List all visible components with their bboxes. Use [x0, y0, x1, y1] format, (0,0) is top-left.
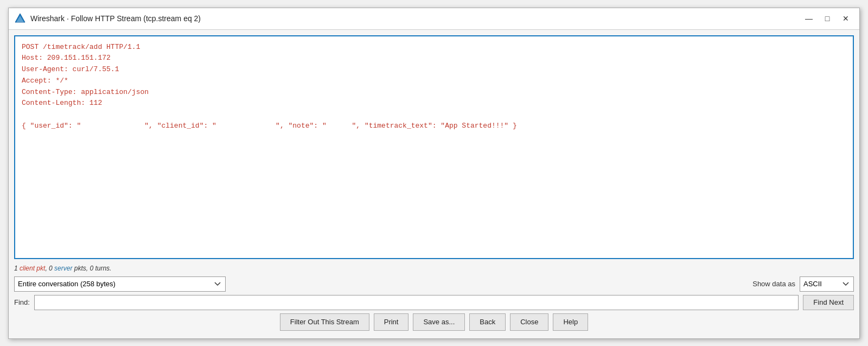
print-button[interactable]: Print	[374, 313, 409, 331]
show-data-row: Show data as ASCII EBCDIC Hex Dump C Arr…	[752, 276, 854, 292]
show-data-select[interactable]: ASCII EBCDIC Hex Dump C Arrays Raw	[800, 276, 854, 292]
conversation-row: Entire conversation (258 bytes) Show dat…	[14, 276, 854, 292]
stream-display[interactable]: POST /timetrack/add HTTP/1.1 Host: 209.1…	[14, 35, 854, 259]
window-content: POST /timetrack/add HTTP/1.1 Host: 209.1…	[9, 30, 859, 338]
controls-section: 1 client pkt, 0 server pkts, 0 turns. En…	[14, 263, 854, 333]
save-as-button[interactable]: Save as...	[413, 313, 465, 331]
conversation-select[interactable]: Entire conversation (258 bytes)	[14, 276, 226, 292]
main-window: Wireshark · Follow HTTP Stream (tcp.stre…	[8, 8, 860, 339]
help-button[interactable]: Help	[553, 313, 588, 331]
find-input[interactable]	[34, 295, 799, 310]
title-bar: Wireshark · Follow HTTP Stream (tcp.stre…	[9, 8, 859, 30]
client-stat: client pkt	[20, 265, 45, 272]
server-stat: server	[54, 265, 72, 272]
action-buttons-row: Filter Out This Stream Print Save as... …	[14, 313, 854, 333]
stats-line: 1 client pkt, 0 server pkts, 0 turns.	[14, 263, 854, 273]
close-dialog-button[interactable]: Close	[510, 313, 548, 331]
find-row: Find: Find Next	[14, 295, 854, 310]
show-data-label: Show data as	[752, 280, 795, 288]
back-button[interactable]: Back	[469, 313, 506, 331]
find-next-button[interactable]: Find Next	[803, 295, 854, 310]
wireshark-icon	[14, 12, 26, 24]
filter-out-button[interactable]: Filter Out This Stream	[280, 313, 369, 331]
window-title: Wireshark · Follow HTTP Stream (tcp.stre…	[30, 14, 201, 23]
title-bar-controls: — □ ✕	[801, 12, 854, 25]
minimize-button[interactable]: —	[801, 12, 817, 25]
maximize-button[interactable]: □	[819, 12, 835, 25]
title-bar-left: Wireshark · Follow HTTP Stream (tcp.stre…	[14, 12, 201, 24]
stream-text: POST /timetrack/add HTTP/1.1 Host: 209.1…	[22, 42, 846, 132]
close-button[interactable]: ✕	[838, 12, 854, 25]
find-label: Find:	[14, 298, 30, 306]
